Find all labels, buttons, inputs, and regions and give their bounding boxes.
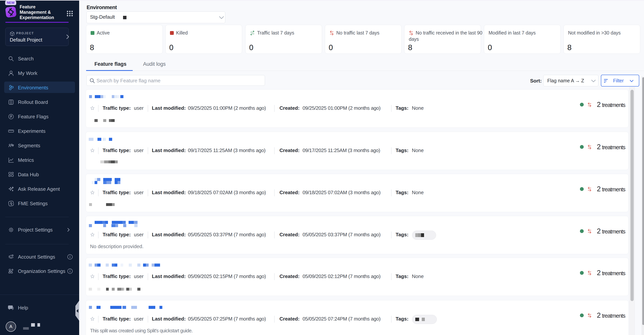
svg-text:?: ? (10, 306, 11, 309)
